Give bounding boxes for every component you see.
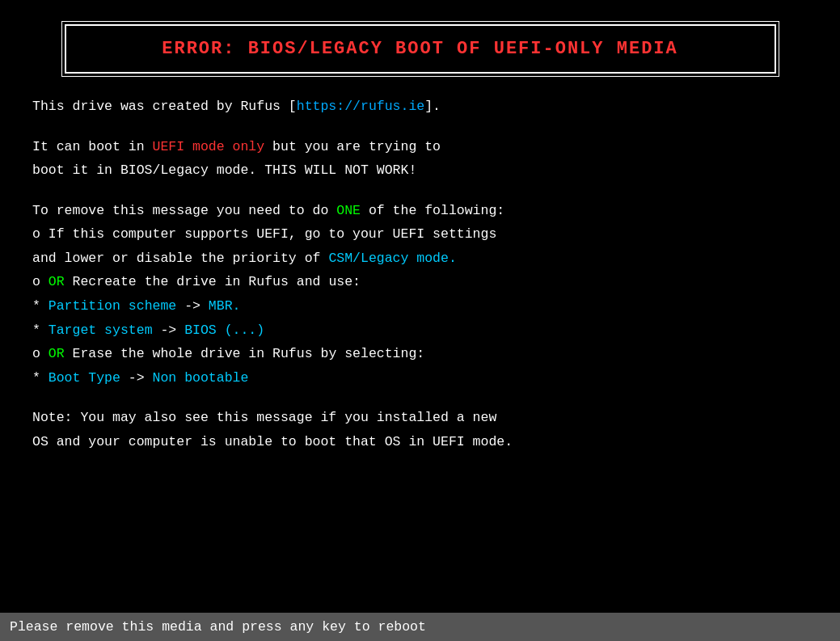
bottom-bar-text: Please remove this media and press any k… xyxy=(10,619,426,635)
uefi-red-2: mode only xyxy=(192,139,264,154)
target-system-cyan: Target system xyxy=(49,323,153,338)
line-csm: and lower or disable the priority of CSM… xyxy=(32,248,808,269)
error-title: ERROR: BIOS/LEGACY BOOT OF UEFI-ONLY MED… xyxy=(162,39,678,59)
or-erase-prefix: o xyxy=(32,346,49,361)
note-text-2: OS and your computer is unable to boot t… xyxy=(32,434,513,449)
uefi-red-1: UEFI xyxy=(153,139,185,154)
bottom-bar: Please remove this media and press any k… xyxy=(0,613,840,641)
target-prefix: * xyxy=(32,323,49,338)
or-erase-end: Erase the whole drive in Rufus by select… xyxy=(65,346,425,361)
error-box: ERROR: BIOS/LEGACY BOOT OF UEFI-ONLY MED… xyxy=(65,24,776,74)
partition-scheme-cyan: Partition scheme xyxy=(49,298,176,314)
line-uefi-settings: o If this computer supports UEFI, go to … xyxy=(32,224,808,245)
note-text-1: Note: You may also see this message if y… xyxy=(32,410,496,425)
space1 xyxy=(184,139,192,154)
line-note-1: Note: You may also see this message if y… xyxy=(32,407,808,428)
or-recreate-prefix: o xyxy=(32,274,49,289)
or-green-1: OR xyxy=(49,274,65,289)
rufus-intro-text: This drive was created by Rufus [ xyxy=(32,99,297,114)
bios-cyan: BIOS (...) xyxy=(184,323,264,338)
spacer-1 xyxy=(32,120,808,137)
line-partition: * Partition scheme -> MBR. xyxy=(32,296,808,317)
rufus-link[interactable]: https://rufus.ie xyxy=(297,99,424,114)
uefi-end: but you are trying to xyxy=(264,139,441,154)
line-target: * Target system -> BIOS (...) xyxy=(32,320,808,341)
line-rufus: This drive was created by Rufus [https:/… xyxy=(32,96,808,117)
mbr-cyan: MBR. xyxy=(209,298,241,314)
line-uefi-2: boot it in BIOS/Legacy mode. THIS WILL N… xyxy=(32,160,808,181)
remove-end: of the following: xyxy=(361,203,504,218)
line-erase: o OR Erase the whole drive in Rufus by s… xyxy=(32,344,808,365)
rufus-intro-end: ]. xyxy=(424,99,441,114)
partition-prefix: * xyxy=(32,298,49,314)
or-green-2: OR xyxy=(49,346,65,361)
line-boot-type: * Boot Type -> Non bootable xyxy=(32,368,808,389)
boot-type-prefix: * xyxy=(32,370,49,386)
uefi-intro: It can boot in xyxy=(32,139,153,154)
csm-cyan: CSM/Legacy mode. xyxy=(328,251,456,266)
partition-arrow: -> xyxy=(176,298,209,314)
line-uefi-1: It can boot in UEFI mode only but you ar… xyxy=(32,137,808,158)
or-recreate-end: Recreate the drive in Rufus and use: xyxy=(65,274,361,289)
remove-intro: To remove this message you need to do xyxy=(32,203,336,218)
csm-intro: and lower or disable the priority of xyxy=(32,251,328,266)
line-recreate: o OR Recreate the drive in Rufus and use… xyxy=(32,272,808,293)
target-arrow: -> xyxy=(153,323,185,338)
line-remove-msg: To remove this message you need to do ON… xyxy=(32,200,808,221)
boot-type-arrow: -> xyxy=(120,370,153,386)
boot-type-cyan: Boot Type xyxy=(49,370,120,386)
spacer-3 xyxy=(32,391,808,407)
bios-legacy-text: boot it in BIOS/Legacy mode. THIS WILL N… xyxy=(32,162,416,178)
non-bootable-cyan: Non bootable xyxy=(153,370,249,386)
main-content: This drive was created by Rufus [https:/… xyxy=(32,96,808,455)
one-green: ONE xyxy=(336,203,361,218)
uefi-settings-text: o If this computer supports UEFI, go to … xyxy=(32,226,496,242)
line-note-2: OS and your computer is unable to boot t… xyxy=(32,432,808,453)
spacer-2 xyxy=(32,184,808,200)
